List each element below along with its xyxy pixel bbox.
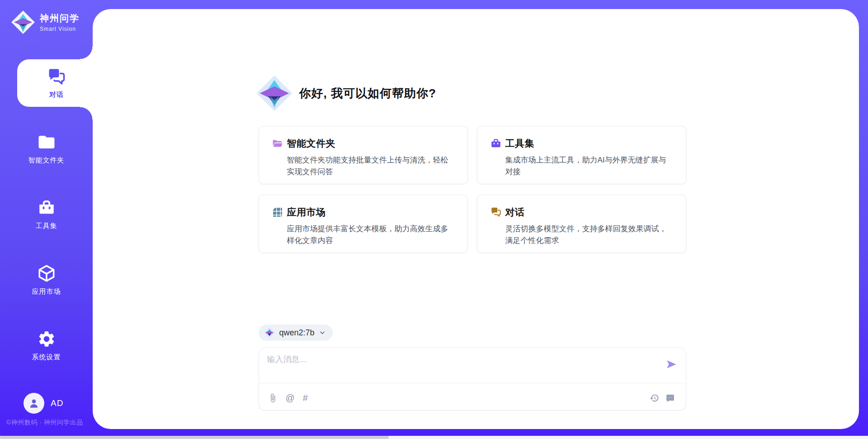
- folder-icon: [37, 133, 56, 152]
- card-description: 智能文件夹功能支持批量文件上传与清洗，轻松实现文件问答: [287, 154, 455, 177]
- main-panel: 你好, 我可以如何帮助你? 智能文件夹 智能文件夹功能支持批量文件上传与清洗，轻…: [93, 9, 859, 429]
- sidebar-item-label: 工具集: [36, 222, 57, 230]
- greeting: 你好, 我可以如何帮助你?: [256, 75, 686, 112]
- sidebar-item-chat[interactable]: 对话: [17, 59, 96, 107]
- tab-fillet-bottom: [80, 107, 93, 119]
- card-toolset[interactable]: 工具集 集成市场上主流工具，助力AI与外界无缝扩展与对接: [477, 126, 686, 184]
- chat-icon: [490, 206, 502, 218]
- chat-icon: [47, 67, 66, 87]
- assistant-diamond-icon: [256, 75, 293, 112]
- sidebar-item-label: 对话: [49, 91, 64, 99]
- user-name: AD: [51, 398, 63, 408]
- chevron-down-icon: [319, 329, 326, 336]
- sidebar-item-app-market[interactable]: 应用市场: [0, 256, 93, 304]
- main-content: 你好, 我可以如何帮助你? 智能文件夹 智能文件夹功能支持批量文件上传与清洗，轻…: [259, 9, 686, 429]
- composer-divider: [259, 383, 686, 383]
- message-input[interactable]: [267, 354, 647, 380]
- avatar: [24, 393, 44, 414]
- model-name: qwen2:7b: [279, 328, 315, 338]
- card-description: 灵活切换多模型文件，支持多样回复效果调试，满足个性化需求: [505, 223, 673, 246]
- app-title: 神州问学: [40, 12, 80, 24]
- send-icon[interactable]: [665, 358, 678, 371]
- card-title: 智能文件夹: [287, 137, 336, 150]
- chat-bubble-icon[interactable]: [665, 393, 675, 403]
- copyright-text: ©神州数码 · 神州问学出品: [6, 419, 83, 427]
- card-title: 工具集: [505, 137, 535, 150]
- sidebar-item-toolset[interactable]: 工具集: [0, 191, 93, 238]
- card-title: 对话: [505, 206, 525, 219]
- sidebar-item-label: 系统设置: [32, 353, 61, 362]
- brand-diamond-icon: [11, 10, 35, 34]
- cube-icon: [37, 264, 56, 283]
- tab-fillet-top: [80, 47, 93, 59]
- card-smart-folder[interactable]: 智能文件夹 智能文件夹功能支持批量文件上传与清洗，轻松实现文件问答: [259, 126, 468, 184]
- grid-cube-icon: [272, 206, 283, 218]
- app-subtitle: Smart Vision: [40, 26, 80, 32]
- folder-open-icon: [272, 138, 283, 149]
- sidebar-item-smart-folder[interactable]: 智能文件夹: [0, 125, 93, 172]
- message-composer: @ #: [259, 348, 686, 410]
- card-chat[interactable]: 对话 灵活切换多模型文件，支持多样回复效果调试，满足个性化需求: [477, 195, 686, 253]
- sidebar-item-settings[interactable]: 系统设置: [0, 322, 93, 369]
- horizontal-scrollbar: [0, 436, 868, 439]
- toolbox-icon: [37, 198, 56, 217]
- person-icon: [28, 397, 40, 409]
- sidebar-item-label: 应用市场: [32, 287, 61, 296]
- hashtag-icon[interactable]: #: [303, 393, 308, 402]
- attach-file-icon[interactable]: [268, 393, 278, 403]
- card-app-market[interactable]: 应用市场 应用市场提供丰富长文本模板，助力高效生成多样化文章内容: [259, 195, 468, 253]
- card-title: 应用市场: [287, 206, 326, 219]
- briefcase-icon: [490, 138, 502, 149]
- card-description: 集成市场上主流工具，助力AI与外界无缝扩展与对接: [505, 154, 673, 177]
- history-icon[interactable]: [650, 393, 659, 403]
- mention-icon[interactable]: @: [286, 393, 295, 402]
- horizontal-scrollbar-thumb[interactable]: [0, 436, 389, 439]
- app-logo: 神州问学 Smart Vision: [11, 10, 80, 34]
- sidebar: 神州问学 Smart Vision 对话 智能文件夹 工具集 应用市场: [0, 0, 93, 439]
- user-account[interactable]: AD: [24, 393, 63, 414]
- greeting-title: 你好, 我可以如何帮助你?: [299, 86, 436, 101]
- gear-icon: [37, 329, 56, 348]
- composer-toolbar: @ #: [268, 390, 675, 406]
- model-selector[interactable]: qwen2:7b: [259, 324, 333, 341]
- sidebar-item-label: 智能文件夹: [28, 156, 65, 165]
- spacer: [259, 253, 686, 324]
- model-diamond-icon: [264, 327, 275, 338]
- feature-cards: 智能文件夹 智能文件夹功能支持批量文件上传与清洗，轻松实现文件问答 工具集 集成…: [259, 126, 686, 253]
- card-description: 应用市场提供丰富长文本模板，助力高效生成多样化文章内容: [287, 223, 455, 246]
